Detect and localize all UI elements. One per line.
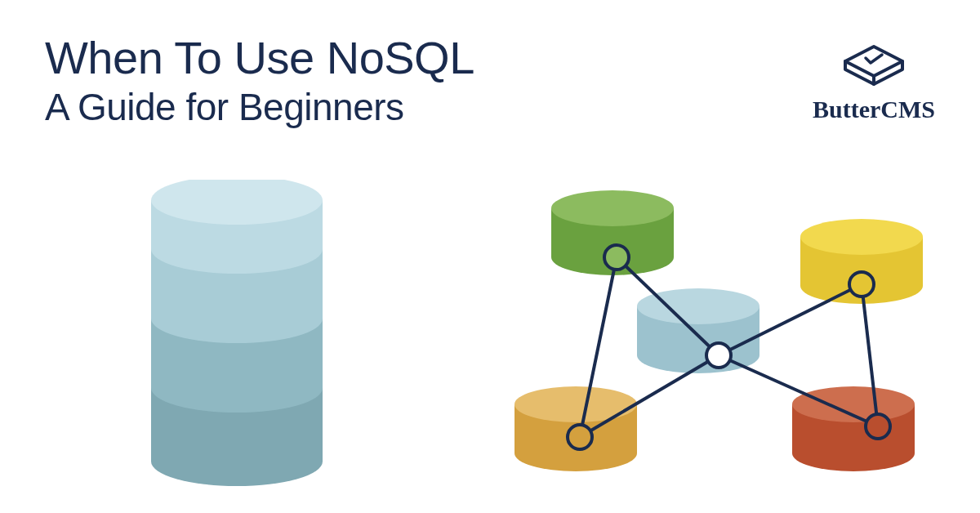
- sql-database-icon: [151, 180, 323, 486]
- svg-point-20: [514, 386, 637, 422]
- header: When To Use NoSQL A Guide for Beginners …: [45, 33, 935, 129]
- svg-point-17: [800, 219, 923, 255]
- illustration-area: [0, 180, 980, 513]
- svg-point-33: [849, 272, 874, 297]
- page-subtitle: A Guide for Beginners: [45, 85, 474, 129]
- nosql-cluster-icon: [514, 190, 923, 471]
- page-title: When To Use NoSQL: [45, 33, 474, 83]
- brand-logo-block: ButterCMS: [813, 37, 935, 123]
- svg-point-31: [568, 425, 592, 449]
- butter-logo-icon: [833, 37, 915, 89]
- svg-point-30: [604, 245, 629, 270]
- title-block: When To Use NoSQL A Guide for Beginners: [45, 33, 474, 129]
- svg-point-34: [866, 414, 890, 439]
- svg-point-32: [706, 343, 731, 368]
- brand-name: ButterCMS: [813, 96, 935, 123]
- svg-point-14: [551, 190, 674, 226]
